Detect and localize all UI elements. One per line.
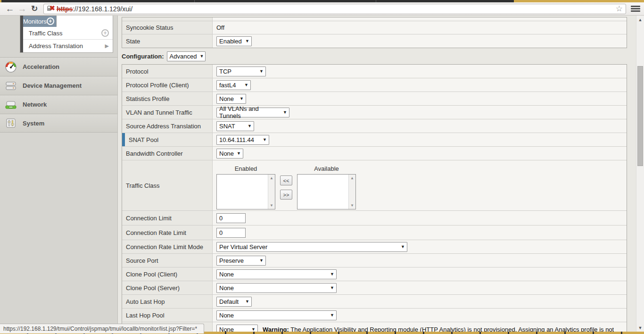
- sidebar-nav: Acceleration Device Management: [0, 57, 117, 133]
- sidebar-item-device-management[interactable]: Device Management: [0, 76, 117, 95]
- dropdown-arrow-icon: ▼: [234, 151, 241, 156]
- submenu-panel: Monitors + Traffic Class + Address Trans…: [20, 16, 113, 53]
- system-icon: [4, 117, 18, 129]
- table-row: Statistics Profile None▼: [122, 92, 627, 106]
- https-scheme: https: [57, 5, 73, 13]
- last-hop-pool-select[interactable]: None▼: [216, 310, 337, 320]
- sidebar-item-system[interactable]: System: [0, 114, 117, 133]
- table-row: Protocol TCP▼: [122, 65, 627, 78]
- snat-pool-select[interactable]: 10.64.111.44▼: [216, 135, 269, 145]
- dropdown-arrow-icon: ▼: [327, 272, 334, 276]
- main-content: Syncookie Status Off State Enabled ▼ Con…: [118, 16, 644, 334]
- table-row: Source Address Translation SNAT▼: [122, 119, 627, 133]
- dropdown-arrow-icon: ▼: [242, 299, 249, 304]
- back-button[interactable]: ←: [4, 4, 16, 14]
- state-select[interactable]: Enabled ▼: [216, 36, 252, 46]
- submenu-item-monitors[interactable]: Monitors +: [20, 16, 57, 27]
- table-row: Connection Rate Limit: [122, 225, 627, 240]
- status-bar: https://192.168.1.129/tmui/Control/jspma…: [0, 324, 204, 334]
- dropdown-arrow-icon: ▼: [242, 39, 249, 43]
- dropdown-arrow-icon: ▼: [280, 110, 287, 115]
- table-row: State Enabled ▼: [122, 34, 627, 48]
- servers-icon: [4, 80, 18, 92]
- dropdown-arrow-icon: ▼: [260, 137, 267, 142]
- url-text: ://192.168.1.129/xui/: [73, 5, 132, 13]
- syncookie-status-value: Off: [216, 24, 224, 31]
- configuration-label: Configuration:: [122, 53, 164, 60]
- source-port-select[interactable]: Preserve▼: [216, 256, 266, 266]
- general-properties-table: Syncookie Status Off State Enabled ▼: [122, 17, 627, 48]
- listbox-scrollbar[interactable]: ▲ ▼: [348, 175, 355, 209]
- scroll-up-icon[interactable]: ▲: [349, 176, 355, 180]
- protocol-select[interactable]: TCP▼: [216, 67, 266, 76]
- row-label: State: [122, 34, 213, 48]
- table-row: Clone Pool (Client) None▼: [122, 267, 627, 281]
- connection-limit-input[interactable]: [216, 213, 246, 223]
- dropdown-arrow-icon: ▼: [237, 96, 244, 101]
- window-frame-right: [514, 0, 644, 2]
- scrollbar-up-icon[interactable]: ▲: [636, 17, 644, 22]
- source-address-translation-select[interactable]: SNAT▼: [216, 121, 254, 131]
- table-row: VLAN and Tunnel Traffic All VLANs and Tu…: [122, 106, 627, 119]
- enabled-traffic-class-listbox[interactable]: ▲ ▼: [216, 174, 275, 209]
- table-row-partial: [122, 17, 627, 21]
- available-traffic-class-listbox[interactable]: ▲ ▼: [297, 174, 356, 209]
- plus-circle-icon[interactable]: +: [47, 17, 54, 25]
- menu-icon[interactable]: [631, 5, 640, 13]
- dropdown-arrow-icon: ▼: [327, 285, 334, 290]
- clone-pool-client-select[interactable]: None▼: [216, 269, 337, 279]
- dropdown-arrow-icon: ▼: [398, 244, 405, 249]
- table-row: Connection Limit: [122, 211, 627, 225]
- move-right-button[interactable]: >>: [280, 190, 292, 200]
- dropdown-arrow-icon: ▼: [197, 54, 204, 58]
- configuration-select[interactable]: Advanced ▼: [167, 51, 206, 61]
- bandwidth-controller-select[interactable]: None▼: [216, 149, 243, 159]
- scrollbar-down-icon[interactable]: ▼: [636, 326, 644, 330]
- sidebar-item-acceleration[interactable]: Acceleration: [0, 57, 117, 76]
- connection-rate-limit-mode-select[interactable]: Per Virtual Server▼: [216, 242, 407, 252]
- browser-toolbar: ← → ↻ ✖ https ://192.168.1.129/xui/ ☆: [0, 2, 644, 16]
- auto-last-hop-select[interactable]: Default▼: [216, 297, 252, 307]
- configuration-line: Configuration: Advanced ▼: [122, 48, 627, 64]
- move-left-button[interactable]: <<: [280, 175, 292, 185]
- plus-circle-icon[interactable]: +: [101, 29, 109, 37]
- reload-button[interactable]: ↻: [28, 4, 41, 14]
- scroll-up-icon[interactable]: ▲: [268, 176, 275, 180]
- connection-rate-limit-input[interactable]: [216, 228, 246, 238]
- statistics-profile-select[interactable]: None▼: [216, 94, 246, 104]
- bookmark-star-icon[interactable]: ☆: [616, 4, 623, 14]
- address-bar[interactable]: ✖ https ://192.168.1.129/xui/ ☆: [43, 4, 626, 14]
- sidebar-item-network[interactable]: Network: [0, 95, 117, 114]
- table-row: Last Hop Pool None▼: [122, 309, 627, 322]
- table-row: SNAT Pool 10.64.111.44▼: [122, 133, 627, 147]
- table-row: Auto Last Hop Default▼: [122, 295, 627, 309]
- vertical-scrollbar[interactable]: ▲ ▼: [636, 16, 644, 332]
- submenu-accent-bar: [20, 16, 23, 52]
- table-row: Protocol Profile (Client) fastL4▼: [122, 78, 627, 92]
- sidebar: Monitors + Traffic Class + Address Trans…: [0, 16, 118, 334]
- dropdown-arrow-icon: ▼: [241, 83, 248, 87]
- table-row: Source Port Preserve▼: [122, 254, 627, 267]
- dropdown-arrow-icon: ▼: [256, 69, 264, 74]
- window-frame-left: [0, 0, 1, 2]
- scrollbar-thumb[interactable]: [637, 66, 643, 166]
- forward-button[interactable]: →: [16, 4, 28, 14]
- submenu-item-address-translation[interactable]: Address Translation ▶: [20, 40, 113, 52]
- table-row: Clone Pool (Server) None▼: [122, 281, 627, 295]
- submenu-item-traffic-class[interactable]: Traffic Class +: [20, 27, 113, 40]
- scroll-down-icon[interactable]: ▼: [268, 203, 275, 208]
- listbox-scrollbar[interactable]: ▲ ▼: [268, 175, 275, 209]
- clone-pool-server-select[interactable]: None▼: [216, 283, 337, 293]
- enabled-header: Enabled: [235, 165, 257, 172]
- protocol-profile-client-select[interactable]: fastL4▼: [216, 80, 251, 90]
- dropdown-arrow-icon: ▼: [245, 124, 252, 128]
- dropdown-arrow-icon: ▼: [327, 313, 334, 317]
- chevron-right-icon: ▶: [105, 43, 109, 49]
- table-row: Connection Rate Limit Mode Per Virtual S…: [122, 240, 627, 254]
- insecure-lock-icon[interactable]: ✖: [47, 5, 54, 12]
- dropdown-arrow-icon: ▼: [256, 258, 264, 263]
- table-row: Syncookie Status Off: [122, 21, 627, 34]
- scroll-down-icon[interactable]: ▼: [349, 203, 355, 208]
- table-row: Bandwidth Controller None▼: [122, 147, 627, 160]
- vlan-tunnel-traffic-select[interactable]: All VLANs and Tunnels▼: [216, 108, 289, 117]
